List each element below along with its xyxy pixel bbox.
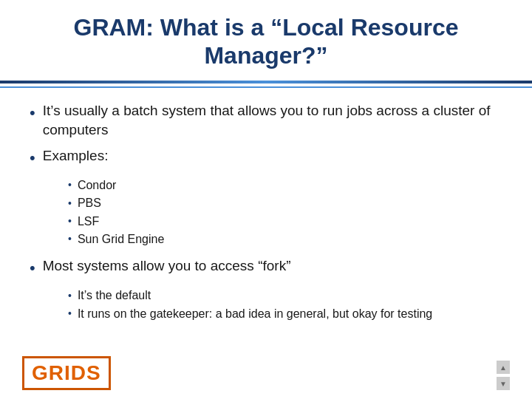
bullet-3-dot: • [30,257,35,280]
slide-navigation[interactable]: ▲ ▼ [497,361,510,390]
slide-header: GRAM: What is a “Local Resource Manager?… [0,0,532,78]
example-pbs: • PBS [68,195,502,211]
fork-detail-1: • It’s the default [68,287,502,304]
fork-detail-2-text: It runs on the gatekeeper: a bad idea in… [78,306,432,322]
example-sge-dot: • [68,232,72,247]
bullet-1-dot: • [30,102,35,125]
fork-details-list: • It’s the default • It runs on the gate… [68,287,502,322]
bullet-3: • Most systems allow you to access “fork… [30,256,502,280]
title-line2: Manager?” [204,42,327,69]
slide-title: GRAM: What is a “Local Resource Manager?… [22,13,510,70]
example-pbs-dot: • [68,197,72,211]
example-pbs-text: PBS [78,195,101,211]
example-sge-text: Sun Grid Engine [78,231,164,248]
grids-logo: GRIDS [22,356,111,390]
slide: GRAM: What is a “Local Resource Manager?… [0,0,532,399]
slide-footer: GRIDS ▲ ▼ [0,352,532,399]
top-divider [0,81,532,83]
bullet-2: • Examples: [30,146,502,170]
fork-detail-1-dot: • [68,289,72,304]
bullet-1: • It’s usually a batch system that allow… [30,101,502,140]
example-condor-text: Condor [78,177,116,194]
example-condor: • Condor [68,177,502,194]
fork-detail-2: • It runs on the gatekeeper: a bad idea … [68,306,502,322]
fork-detail-2-dot: • [68,307,72,321]
title-line1: GRAM: What is a “Local Resource [74,14,459,41]
fork-detail-1-text: It’s the default [78,287,151,304]
bullet-2-dot: • [30,147,35,170]
bullet-3-text: Most systems allow you to access “fork” [43,256,291,276]
grids-logo-text: GRIDS [32,361,101,384]
nav-down-arrow[interactable]: ▼ [497,377,510,390]
example-condor-dot: • [68,178,72,193]
slide-content: • It’s usually a batch system that allow… [0,88,532,352]
example-lsf: • LSF [68,214,502,230]
examples-list: • Condor • PBS • LSF • Sun Grid Engine [68,177,502,248]
nav-up-arrow[interactable]: ▲ [497,361,510,374]
example-lsf-dot: • [68,214,72,229]
example-sge: • Sun Grid Engine [68,231,502,248]
bullet-2-text: Examples: [43,146,109,166]
bullet-1-text: It’s usually a batch system that allows … [43,101,502,140]
example-lsf-text: LSF [78,214,99,230]
